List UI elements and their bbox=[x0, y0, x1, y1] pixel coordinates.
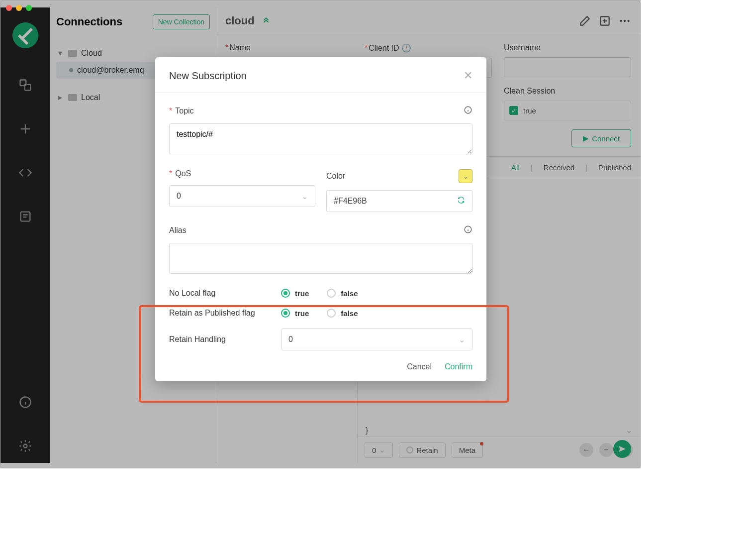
cancel-button[interactable]: Cancel bbox=[407, 362, 432, 371]
retain-handling-select[interactable]: 0⌄ bbox=[281, 329, 472, 350]
color-input[interactable]: #F4E96B bbox=[326, 190, 472, 212]
retain-pub-false-radio[interactable]: false bbox=[327, 309, 358, 318]
chevron-down-icon: ⌄ bbox=[301, 192, 308, 201]
qos-select[interactable]: 0⌄ bbox=[169, 185, 315, 207]
info-icon[interactable] bbox=[464, 106, 472, 116]
color-label: Color bbox=[326, 172, 345, 181]
chevron-down-icon: ⌄ bbox=[459, 335, 465, 344]
no-local-flag-label: No Local flag bbox=[169, 289, 281, 298]
retain-pub-true-radio[interactable]: true bbox=[281, 309, 309, 318]
retain-handling-label: Retain Handling bbox=[169, 335, 281, 344]
topic-label: Topic bbox=[175, 107, 193, 115]
confirm-button[interactable]: Confirm bbox=[445, 362, 472, 371]
zoom-window-icon[interactable] bbox=[26, 5, 32, 11]
close-window-icon[interactable] bbox=[6, 5, 12, 11]
dialog-title: New Subscription bbox=[169, 70, 247, 82]
topic-input[interactable] bbox=[169, 123, 472, 154]
color-swatch-button[interactable]: ⌄ bbox=[459, 169, 472, 183]
qos-label: QoS bbox=[175, 169, 191, 178]
info-icon[interactable] bbox=[464, 225, 472, 236]
refresh-icon[interactable] bbox=[457, 196, 465, 206]
window-controls bbox=[6, 5, 32, 11]
minimize-window-icon[interactable] bbox=[16, 5, 22, 11]
retain-as-published-label: Retain as Published flag bbox=[169, 309, 281, 318]
no-local-false-radio[interactable]: false bbox=[327, 289, 358, 298]
close-icon[interactable]: ✕ bbox=[464, 69, 472, 82]
no-local-true-radio[interactable]: true bbox=[281, 289, 309, 298]
alias-input[interactable] bbox=[169, 243, 472, 274]
new-subscription-dialog: New Subscription ✕ * Topic *QoS 0⌄ bbox=[155, 57, 486, 381]
alias-label: Alias bbox=[169, 226, 187, 235]
